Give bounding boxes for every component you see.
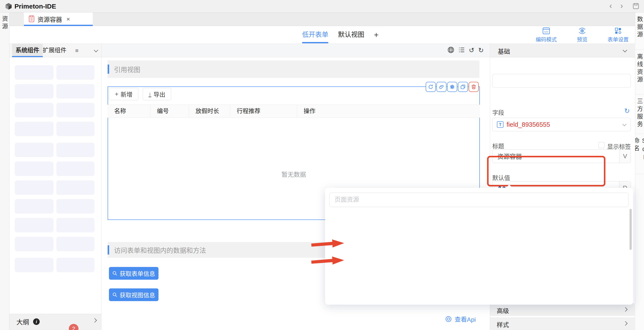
right-rail-tab[interactable]: 离线资源 [635, 50, 644, 95]
resource-tree-row[interactable] [325, 269, 629, 284]
palette-menu-icon[interactable]: ≡ [75, 47, 78, 54]
widget-settings-button[interactable] [447, 82, 457, 92]
palette-component[interactable] [56, 122, 94, 136]
nav-forward-icon[interactable]: › [620, 1, 623, 10]
chevron-down-icon [623, 48, 627, 52]
preview-button[interactable]: 预览 [569, 27, 595, 43]
table-column-header[interactable]: 名称 [108, 105, 150, 118]
variable-suffix-button[interactable]: V [619, 150, 631, 163]
palette-component[interactable] [56, 84, 94, 98]
palette-component[interactable] [15, 122, 54, 136]
outline-list-icon[interactable] [458, 47, 465, 54]
right-rail-tab[interactable]: 数据源 [635, 12, 644, 50]
table-actions: +新增 ↓导出 [109, 88, 171, 100]
add-view-icon[interactable]: + [374, 30, 378, 40]
widget-copy-button[interactable] [458, 82, 468, 92]
code-window-icon: </> [542, 27, 550, 34]
table-empty-state: 暂无数据 [108, 170, 480, 178]
chevron-right-icon [623, 321, 628, 326]
palette-component[interactable] [56, 258, 94, 272]
table-column-header[interactable]: 行程推荐 [230, 105, 297, 118]
palette-component[interactable] [15, 103, 54, 117]
add-row-button[interactable]: +新增 [109, 88, 138, 100]
form-settings-button[interactable]: 表单设置 [605, 27, 631, 43]
palette-component[interactable] [56, 65, 94, 80]
palette-component[interactable] [56, 199, 94, 214]
resource-tree-row[interactable] [325, 284, 629, 299]
preview-eye-icon [578, 27, 586, 34]
palette-component[interactable] [56, 162, 94, 176]
palette-component[interactable] [15, 237, 54, 251]
palette-component[interactable] [15, 180, 54, 195]
section-accent [108, 245, 109, 255]
globe-icon[interactable] [448, 46, 454, 54]
outline-expand-icon[interactable] [93, 319, 96, 323]
resource-tree-row[interactable] [325, 224, 629, 239]
palette-component[interactable] [15, 65, 54, 80]
get-form-info-button[interactable]: 获取表单信息 [109, 267, 158, 280]
palette-component[interactable] [56, 143, 94, 157]
primeton-ide-window: Primeton-IDE ‹ › 资源 数据源 离线资源 三方服务 命名Sql … [0, 0, 644, 330]
close-icon[interactable]: × [66, 16, 70, 23]
right-rail-tab[interactable]: 命名Sql [635, 134, 644, 174]
palette-component[interactable] [15, 162, 54, 176]
field-select[interactable] [492, 74, 631, 88]
palette-collapse-icon[interactable] [94, 49, 98, 52]
widget-delete-button[interactable] [469, 82, 479, 92]
resource-tree-row[interactable] [325, 209, 629, 224]
tab-low-code-form[interactable]: 低开表单 [302, 26, 328, 44]
undo-icon[interactable]: ↺ [469, 46, 474, 54]
search-icon [112, 271, 118, 276]
right-rail-tab[interactable]: 三方服务 [635, 95, 644, 134]
app-title: Primeton-IDE [14, 3, 56, 10]
palette-component[interactable] [15, 218, 54, 232]
dropdown-scrollbar[interactable] [630, 209, 632, 250]
tab-extended-components[interactable]: 扩展组件 [39, 44, 70, 57]
palette-component[interactable] [56, 180, 94, 195]
resource-search-input[interactable] [330, 192, 628, 207]
nav-back-icon[interactable]: ‹ [609, 1, 612, 10]
palette-component[interactable] [15, 143, 54, 157]
palette-section [15, 258, 101, 272]
palette-component[interactable] [56, 103, 94, 117]
doc-tab-resource-container[interactable]: 资源容器 × [24, 12, 93, 26]
info-icon: i [33, 319, 40, 325]
palette-component[interactable] [15, 84, 54, 98]
section-reference-view: 引用视图 [108, 60, 480, 78]
inspector-section-basic[interactable]: 基础 [490, 44, 635, 57]
resource-tree-row[interactable] [325, 254, 629, 269]
field-select[interactable]: T field_89356555 [492, 118, 631, 131]
inspector-section-advanced[interactable]: 高级 [490, 303, 635, 316]
table-column-header[interactable]: 放假时长 [189, 105, 230, 118]
tab-system-components[interactable]: 系统组件 [12, 44, 43, 57]
show-label-checkbox[interactable] [598, 142, 604, 148]
palette-component[interactable] [56, 237, 94, 251]
resource-tree [325, 209, 629, 299]
doc-tab-label: 资源容器 [38, 15, 62, 24]
widget-refresh-button[interactable] [426, 82, 436, 92]
rail-tab-resources[interactable]: 资源 [0, 15, 9, 31]
table-column-header[interactable]: 编号 [150, 105, 189, 118]
get-view-info-button[interactable]: 获取视图信息 [109, 288, 158, 301]
outline-bar[interactable]: 大纲 i [10, 314, 102, 330]
right-rail: 数据源 离线资源 三方服务 命名Sql [635, 12, 644, 330]
resource-tree-row[interactable] [325, 239, 629, 254]
redo-icon[interactable]: ↻ [478, 46, 484, 54]
default-value-label: 默认值 [492, 173, 510, 182]
inspector-section-style[interactable]: 样式 [490, 317, 635, 330]
palette-component[interactable] [15, 199, 54, 214]
section-accent [108, 65, 109, 74]
table-column-header[interactable]: 操作 [297, 105, 480, 118]
export-button[interactable]: ↓导出 [143, 88, 171, 100]
view-api-link[interactable]: 查看Api [445, 315, 476, 324]
palette-section [15, 143, 101, 251]
tab-default-view[interactable]: 默认视图 [338, 26, 364, 44]
palette-component[interactable] [15, 258, 54, 272]
save-icon[interactable] [632, 3, 639, 10]
table-header-row: 名称 编号 放假时长 行程推荐 操作 [108, 105, 480, 118]
code-mode-button[interactable]: </> 编码模式 [533, 27, 559, 43]
refresh-icon[interactable]: ↻ [624, 108, 630, 114]
palette-component[interactable] [56, 218, 94, 232]
widget-link-button[interactable] [436, 82, 446, 92]
title-input[interactable]: 资源容器 V [492, 150, 631, 163]
